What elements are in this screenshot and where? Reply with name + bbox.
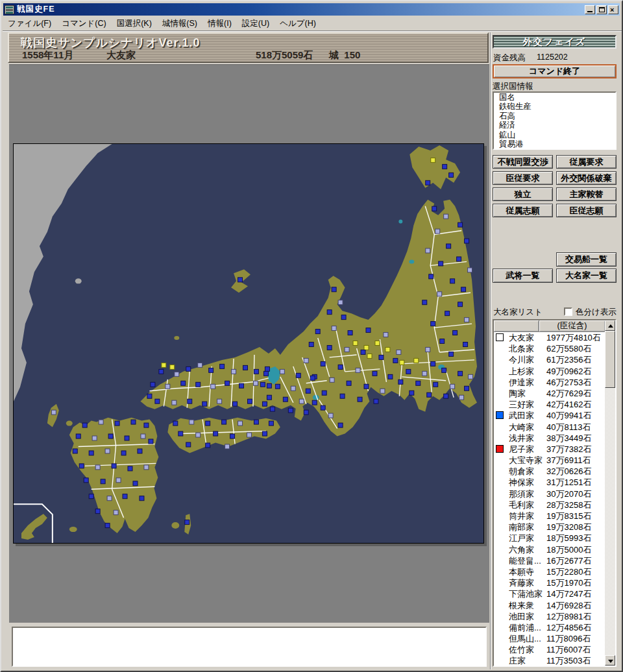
castle-marker[interactable] [299, 399, 304, 403]
daimyo-row-6[interactable]: 三好家42万4162石 [494, 399, 605, 410]
castle-marker[interactable] [442, 368, 446, 372]
castle-marker[interactable] [458, 302, 463, 307]
castle-marker[interactable] [260, 382, 265, 387]
castle-marker[interactable] [444, 214, 448, 219]
castle-marker[interactable] [225, 381, 230, 385]
castle-marker[interactable] [247, 433, 252, 437]
castle-marker[interactable] [155, 399, 160, 403]
castle-marker[interactable] [432, 206, 437, 211]
castle-marker[interactable] [73, 449, 77, 453]
castle-marker[interactable] [196, 382, 201, 387]
castle-marker[interactable] [380, 389, 385, 393]
castle-marker[interactable] [147, 394, 152, 398]
castle-marker[interactable] [116, 478, 121, 483]
scroll-thumb[interactable] [605, 331, 615, 388]
diplomacy-button-0[interactable]: 不戦同盟交渉 [493, 155, 553, 169]
minimize-button[interactable] [585, 5, 595, 14]
menu-item-4[interactable]: 情報(I) [202, 17, 237, 30]
castle-marker[interactable] [338, 365, 343, 369]
castle-marker[interactable] [76, 434, 80, 438]
castle-marker[interactable] [397, 350, 401, 354]
daimyo-row-25[interactable]: 池田家12万8981石 [494, 611, 605, 622]
daimyo-row-7[interactable]: 武田家40万9941石 [494, 410, 605, 421]
castle-marker[interactable] [443, 164, 447, 169]
castle-marker[interactable] [322, 390, 326, 395]
castle-marker[interactable] [263, 371, 268, 376]
country-info-item-3[interactable]: 経済 [494, 121, 615, 130]
castle-marker[interactable] [361, 350, 365, 354]
castle-marker[interactable] [327, 345, 332, 350]
castle-marker[interactable] [238, 278, 243, 282]
castle-marker[interactable] [431, 361, 435, 366]
castle-marker[interactable] [189, 420, 194, 424]
menu-item-6[interactable]: ヘルプ(H) [275, 17, 321, 30]
castle-marker[interactable] [243, 365, 248, 370]
daimyo-row-10[interactable]: 尼子家37万7382石 [494, 444, 605, 455]
castle-marker[interactable] [315, 330, 320, 334]
daimyo-row-23[interactable]: 下蒲池家14万7247石 [494, 588, 605, 599]
japan-map[interactable] [13, 143, 484, 544]
daimyo-row-1[interactable]: 北条家62万5580石 [494, 343, 605, 354]
castle-marker[interactable] [409, 390, 414, 395]
castle-marker[interactable] [345, 347, 349, 352]
castle-marker[interactable] [347, 381, 351, 385]
castle-marker[interactable] [253, 381, 258, 385]
castle-marker[interactable] [348, 331, 352, 335]
castle-marker[interactable] [280, 369, 284, 374]
castle-marker[interactable] [463, 342, 468, 347]
castle-marker[interactable] [269, 421, 273, 426]
castle-marker[interactable] [99, 420, 103, 424]
castle-marker[interactable] [341, 315, 346, 320]
castle-marker[interactable] [449, 352, 454, 356]
castle-marker[interactable] [440, 339, 445, 344]
castle-marker[interactable] [89, 494, 93, 499]
castle-marker[interactable] [327, 310, 332, 315]
castle-marker[interactable] [330, 378, 334, 382]
generals-button[interactable]: 武将一覧 [493, 269, 553, 283]
castle-marker[interactable] [332, 326, 336, 331]
daimyo-row-27[interactable]: 但馬山...11万8096石 [494, 633, 605, 644]
castle-marker[interactable] [364, 384, 369, 389]
castle-marker[interactable] [465, 239, 469, 243]
castle-marker[interactable] [51, 410, 56, 414]
daimyo-row-14[interactable]: 那須家30万2070石 [494, 488, 605, 499]
daimyo-list-scrollbar[interactable] [605, 320, 615, 666]
maximize-button[interactable] [596, 5, 607, 14]
castle-marker[interactable] [434, 382, 438, 387]
castle-marker[interactable] [141, 434, 145, 438]
castle-marker[interactable] [267, 395, 271, 400]
diplomacy-button-4[interactable]: 独立 [493, 187, 553, 201]
castle-marker[interactable] [89, 451, 93, 455]
castle-marker[interactable] [328, 413, 333, 418]
castle-marker[interactable] [95, 465, 100, 470]
castle-marker[interactable] [128, 466, 132, 471]
country-info-list[interactable]: 国名鉄砲生産石高経済鉱山貿易港 [493, 91, 617, 150]
castle-marker[interactable] [95, 509, 100, 514]
castle-marker[interactable] [406, 369, 411, 374]
diplomacy-button-3[interactable]: 外交関係破棄 [556, 171, 617, 185]
castle-marker[interactable] [239, 383, 244, 388]
castle-marker[interactable] [133, 481, 138, 486]
castle-marker[interactable] [233, 402, 238, 406]
daimyo-row-4[interactable]: 伊達家46万2753石 [494, 377, 605, 388]
castle-marker[interactable] [400, 360, 404, 365]
castle-marker[interactable] [232, 369, 236, 374]
diplomacy-button-1[interactable]: 従属要求 [556, 155, 617, 169]
menu-item-5[interactable]: 設定(U) [237, 17, 275, 30]
castle-marker[interactable] [283, 397, 287, 402]
castle-marker[interactable] [414, 358, 419, 363]
castle-marker[interactable] [125, 436, 129, 440]
castle-marker[interactable] [107, 496, 112, 501]
castle-marker[interactable] [178, 431, 183, 436]
country-info-item-2[interactable]: 石高 [494, 112, 615, 121]
castle-marker[interactable] [270, 407, 275, 411]
castle-marker[interactable] [265, 366, 269, 371]
castle-marker[interactable] [196, 433, 201, 437]
daimyo-row-0[interactable]: 大友家1977万4810石 [494, 332, 605, 343]
castle-marker[interactable] [431, 158, 435, 162]
castle-marker[interactable] [427, 392, 432, 397]
castle-marker[interactable] [101, 479, 105, 484]
castle-marker[interactable] [465, 386, 469, 390]
daimyo-row-22[interactable]: 斉藤家15万1970石 [494, 577, 605, 588]
castle-marker[interactable] [461, 287, 466, 292]
